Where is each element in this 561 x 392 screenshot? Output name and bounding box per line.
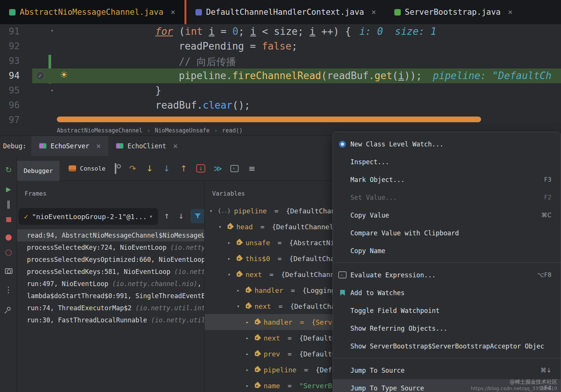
menu-separator [333, 358, 561, 358]
breadcrumb-item-method[interactable]: read() [222, 127, 242, 134]
chevron-down-icon[interactable]: ▾ [208, 208, 214, 214]
intention-bulb-icon[interactable]: ☀ [60, 70, 68, 80]
menu-item-toggle-field-watchpoint[interactable]: Toggle Field Watchpoint [333, 302, 561, 319]
next-frame-icon[interactable]: ↓ [178, 210, 184, 221]
frame-row[interactable]: processSelectedKeys:581, NioEventLoop (i… [17, 266, 205, 278]
code-text: for (int i = 0; i < size; i ++) {i: 0 si… [155, 26, 436, 37]
chevron-down-icon[interactable]: ▾ [235, 303, 242, 309]
tab-debugger[interactable]: Debugger [17, 161, 59, 181]
java-class-icon [195, 9, 202, 16]
frame-row[interactable]: processSelectedKey:724, NioEventLoop (io… [17, 241, 205, 254]
editor-tab-label: DefaultChannelHandlerContext.java [206, 8, 364, 17]
more-options-icon[interactable]: ⋮ [0, 284, 17, 296]
camera-icon[interactable] [0, 265, 17, 277]
run-to-cursor-icon[interactable]: ≫ [213, 164, 222, 173]
thread-selector-dropdown[interactable]: ✓ "nioEventLoopGroup-2-1"@1... ▾ [19, 208, 158, 225]
menu-item-add-to-watches[interactable]: Add to Watches [333, 284, 561, 302]
previous-frame-icon[interactable]: ↑ [164, 210, 169, 221]
chevron-right-icon[interactable]: ▸ [226, 255, 233, 261]
watermark: @稀土掘金技术社区 https://blog.csdn.net/qq_33589… [471, 379, 557, 391]
breakpoint-verified-icon[interactable]: ✓ [36, 71, 45, 80]
force-step-into-icon[interactable]: ↓ [162, 164, 171, 173]
fold-marker-icon[interactable]: ▾ [50, 27, 54, 34]
stop-icon[interactable]: ■ [0, 213, 17, 225]
pin-icon[interactable] [0, 303, 17, 314]
close-icon[interactable]: × [173, 142, 178, 151]
menu-item-evaluate-expression[interactable]: >_ Evaluate Expression...⌥F8 [333, 266, 561, 284]
tab-console[interactable]: Console [62, 156, 112, 181]
code-line-95: 95 ▴ } [0, 83, 561, 98]
editor-tab-label: AbstractNioMessageChannel.java [20, 8, 163, 17]
close-icon[interactable]: × [170, 8, 175, 17]
evaluate-icon: >_ [338, 271, 347, 278]
variables-panel-title: Variables [212, 190, 245, 197]
breadcrumb-separator: › [214, 127, 217, 134]
fold-marker-icon[interactable]: ▴ [50, 86, 54, 93]
breadcrumb-item-inner-class[interactable]: NioMessageUnsafe [155, 127, 210, 134]
editor-tab-abstract-nio-message-channel[interactable]: AbstractNioMessageChannel.java × [0, 0, 184, 24]
line-number: 92 [0, 41, 20, 51]
chevron-right-icon[interactable]: ▸ [244, 335, 251, 341]
variable-context-menu: New Class Level Watch... Inspect... Mark… [333, 132, 561, 392]
horizontal-scrollbar[interactable] [57, 117, 481, 122]
inline-debugger-hint: pipeline: "DefaultCh [433, 70, 552, 81]
close-icon[interactable]: × [371, 8, 376, 17]
menu-item-mark-object[interactable]: Mark Object...F3 [333, 171, 561, 188]
field-tag-icon [253, 318, 261, 326]
menu-item-copy-name[interactable]: Copy Name [333, 242, 561, 260]
breadcrumb-separator: › [147, 127, 150, 134]
chevron-down-icon[interactable]: ▾ [217, 224, 223, 230]
step-out-icon[interactable]: ↑ [179, 164, 188, 173]
editor-tab-default-channel-handler-context[interactable]: DefaultChannelHandlerContext.java × [186, 0, 385, 24]
menu-item-compare-value-with-clipboard[interactable]: Compare Value with Clipboard [333, 224, 561, 242]
session-tab-echoserver[interactable]: EchoServer × [31, 136, 108, 156]
frame-row[interactable]: lambda$doStartThread$0:991, SingleThread… [17, 290, 205, 302]
debug-left-toolbar: ↻ ▶ ‖ ■ ● ○ ⋮ [0, 156, 17, 392]
chevron-right-icon[interactable]: ▸ [244, 319, 251, 325]
field-tag-icon [244, 302, 252, 310]
frames-list: read:94, AbstractNioMessageChannel$NioMe… [17, 229, 205, 326]
chevron-right-icon[interactable]: ▸ [235, 287, 242, 293]
menu-item-new-class-level-watch[interactable]: New Class Level Watch... [333, 135, 561, 153]
view-breakpoints-icon[interactable]: ○ [0, 246, 17, 258]
menu-item-inspect[interactable]: Inspect... [333, 153, 561, 171]
frame-row[interactable]: run:74, ThreadExecutorMap$2 (io.netty.ut… [17, 302, 205, 314]
step-into-icon[interactable]: ↓ [145, 164, 154, 173]
editor-tab-server-bootstrap[interactable]: ServerBootstrap.java × [385, 0, 522, 24]
frame-row[interactable]: processSelectedKeysOptimized:660, NioEve… [17, 254, 205, 266]
menu-item-show-referring-objects[interactable]: Show Referring Objects... [333, 319, 561, 337]
frame-row[interactable]: run:497, NioEventLoop (io.netty.channel.… [17, 278, 205, 290]
session-tab-echoclient[interactable]: EchoClient × [108, 136, 185, 156]
resume-icon[interactable]: ▶ [0, 184, 17, 195]
chevron-right-icon[interactable]: ▸ [244, 351, 251, 357]
frame-row[interactable]: read:94, AbstractNioMessageChannel$NioMe… [17, 229, 205, 241]
breadcrumb-item-class[interactable]: AbstractNioMessageChannel [57, 127, 142, 134]
menu-item-jump-to-source[interactable]: Jump To Source⌘↓ [333, 361, 561, 379]
close-icon[interactable]: × [96, 142, 101, 151]
chevron-right-icon[interactable]: ▸ [244, 383, 251, 389]
frames-panel: Frames ✓ "nioEventLoopGroup-2-1"@1... ▾ … [17, 181, 205, 392]
chevron-right-icon[interactable]: ▸ [244, 367, 251, 373]
layout-icon[interactable] [111, 164, 120, 173]
hide-library-frames-filter-icon[interactable] [191, 209, 205, 223]
drop-frame-icon[interactable]: ↓ [196, 164, 205, 173]
step-over-icon[interactable]: ↷ [128, 164, 137, 173]
frame-row[interactable]: run:30, FastThreadLocalRunnable (io.nett… [17, 314, 205, 326]
rerun-icon[interactable]: ↻ [0, 164, 17, 176]
settings-icon[interactable]: ≡ [247, 164, 256, 173]
close-icon[interactable]: × [508, 8, 513, 17]
field-tag-icon [244, 286, 252, 294]
evaluate-expression-icon[interactable]: >_ [230, 165, 239, 172]
pause-icon[interactable]: ‖ [0, 198, 17, 210]
mute-breakpoints-icon[interactable]: ● [0, 231, 17, 243]
chevron-down-icon[interactable]: ▾ [226, 271, 233, 277]
code-editor[interactable]: 91 ▾ for (int i = 0; i < size; i ++) {i:… [0, 24, 561, 125]
watches-flag-icon [338, 290, 347, 296]
field-tag-icon [253, 381, 261, 389]
menu-item-copy-value[interactable]: Copy Value⌘C [333, 206, 561, 224]
chevron-right-icon[interactable]: ▸ [226, 240, 233, 246]
check-icon: ✓ [24, 212, 28, 221]
menu-item-show-serverbootstrapacceptor-objects[interactable]: Show ServerBootstrap$ServerBootstrapAcce… [333, 337, 561, 355]
session-tab-label: EchoServer [50, 142, 89, 150]
code-text: pipeline.fireChannelRead(readBuf.get(i))… [179, 70, 552, 81]
